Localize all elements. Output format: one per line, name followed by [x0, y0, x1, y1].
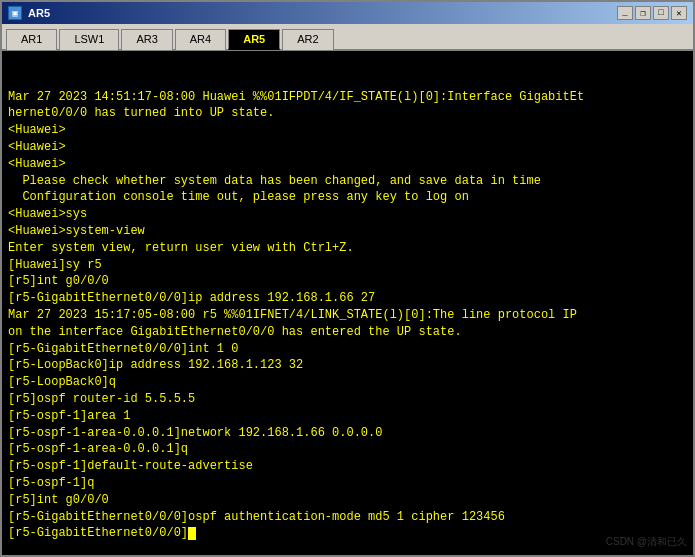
tab-ar5[interactable]: AR5: [228, 29, 280, 50]
terminal-line: [r5-ospf-1]default-route-advertise: [8, 458, 687, 475]
terminal-line: [r5]int g0/0/0: [8, 492, 687, 509]
terminal-cursor-line: [r5-GigabitEthernet0/0/0]: [8, 525, 687, 542]
terminal-line: <Huawei>system-view: [8, 223, 687, 240]
window-icon: ▣: [8, 6, 22, 20]
terminal-line: <Huawei>: [8, 156, 687, 173]
terminal-line: [Huawei]sy r5: [8, 257, 687, 274]
terminal-line: Enter system view, return user view with…: [8, 240, 687, 257]
terminal-line: [r5]int g0/0/0: [8, 273, 687, 290]
terminal-line: [r5-ospf-1]q: [8, 475, 687, 492]
terminal-prompt: [r5-GigabitEthernet0/0/0]: [8, 525, 188, 542]
tab-ar1[interactable]: AR1: [6, 29, 57, 50]
tab-bar: AR1 LSW1 AR3 AR4 AR5 AR2: [2, 24, 693, 51]
tab-lsw1[interactable]: LSW1: [59, 29, 119, 50]
terminal-line: <Huawei>: [8, 139, 687, 156]
terminal-line: [r5-LoopBack0]ip address 192.168.1.123 3…: [8, 357, 687, 374]
maximize-button[interactable]: □: [653, 6, 669, 20]
tab-ar3[interactable]: AR3: [121, 29, 172, 50]
restore-button[interactable]: ❐: [635, 6, 651, 20]
terminal-line: [r5-ospf-1-area-0.0.0.1]q: [8, 441, 687, 458]
terminal-line: [r5-LoopBack0]q: [8, 374, 687, 391]
terminal-line: [r5-ospf-1-area-0.0.0.1]network 192.168.…: [8, 425, 687, 442]
close-button[interactable]: ✕: [671, 6, 687, 20]
terminal-line: [r5-GigabitEthernet0/0/0]ip address 192.…: [8, 290, 687, 307]
title-bar: ▣ AR5 _ ❐ □ ✕: [2, 2, 693, 24]
window-title: AR5: [28, 7, 50, 19]
terminal-line: Configuration console time out, please p…: [8, 189, 687, 206]
terminal-line: Please check whether system data has bee…: [8, 173, 687, 190]
minimize-button[interactable]: _: [617, 6, 633, 20]
terminal-line: [r5-ospf-1]area 1: [8, 408, 687, 425]
tab-ar4[interactable]: AR4: [175, 29, 226, 50]
terminal-line: on the interface GigabitEthernet0/0/0 ha…: [8, 324, 687, 341]
main-window: ▣ AR5 _ ❐ □ ✕ AR1 LSW1 AR3 AR4 AR5 AR2 M…: [0, 0, 695, 557]
terminal-cursor: [188, 527, 196, 540]
title-bar-left: ▣ AR5: [8, 6, 50, 20]
terminal-line: [r5-GigabitEthernet0/0/0]ospf authentica…: [8, 509, 687, 526]
terminal-output[interactable]: Mar 27 2023 14:51:17-08:00 Huawei %%01IF…: [2, 51, 693, 555]
terminal-line: hernet0/0/0 has turned into UP state.: [8, 105, 687, 122]
terminal-line: Mar 27 2023 14:51:17-08:00 Huawei %%01IF…: [8, 89, 687, 106]
terminal-line: [r5]ospf router-id 5.5.5.5: [8, 391, 687, 408]
title-controls: _ ❐ □ ✕: [617, 6, 687, 20]
terminal-line: <Huawei>: [8, 122, 687, 139]
watermark: CSDN @清和已久: [606, 535, 687, 549]
tab-ar2[interactable]: AR2: [282, 29, 333, 50]
terminal-line: Mar 27 2023 15:17:05-08:00 r5 %%01IFNET/…: [8, 307, 687, 324]
terminal-line: <Huawei>sys: [8, 206, 687, 223]
terminal-line: [r5-GigabitEthernet0/0/0]int 1 0: [8, 341, 687, 358]
